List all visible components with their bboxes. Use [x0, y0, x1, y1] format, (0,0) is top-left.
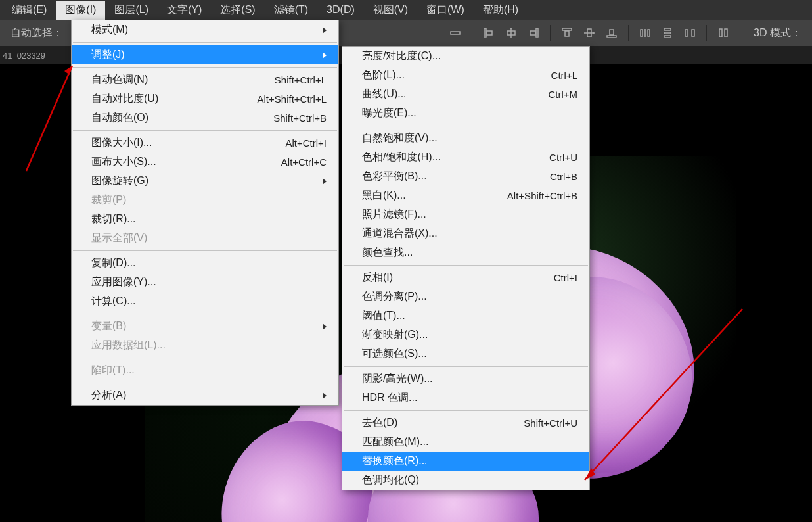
- distribute-h-icon[interactable]: [637, 24, 654, 41]
- menu-shortcut: Alt+Shift+Ctrl+B: [507, 190, 577, 201]
- menu-item-label: 色相/饱和度(H)...: [362, 151, 441, 164]
- menu-item[interactable]: 色调均化(Q): [342, 471, 589, 490]
- align-center-v-icon[interactable]: [581, 24, 598, 41]
- menu-item[interactable]: 画布大小(S)...Alt+Ctrl+C: [72, 153, 338, 172]
- menu-separator: [344, 366, 588, 367]
- menu-item-label: 画布大小(S)...: [91, 155, 156, 169]
- menu-shortcut: Alt+Ctrl+C: [281, 156, 327, 168]
- align-top-icon[interactable]: [558, 24, 575, 41]
- menu-item[interactable]: 色彩平衡(B)...Ctrl+B: [342, 167, 589, 186]
- align-icon[interactable]: [447, 24, 464, 41]
- menu-item[interactable]: 可选颜色(S)...: [342, 344, 589, 364]
- menu-item[interactable]: 阈值(T)...: [342, 306, 589, 325]
- align-right-icon[interactable]: [525, 24, 542, 41]
- menu-item[interactable]: 计算(C)...: [72, 292, 338, 311]
- menu-item[interactable]: 替换颜色(R)...: [342, 452, 589, 471]
- menubar-item[interactable]: 图像(I): [56, 1, 105, 20]
- menu-item[interactable]: 亮度/对比度(C)...: [342, 47, 589, 66]
- menu-item[interactable]: 分析(A): [72, 386, 338, 405]
- menu-item[interactable]: 裁切(R)...: [72, 210, 338, 229]
- align-center-h-icon[interactable]: [503, 24, 520, 41]
- menu-item[interactable]: 自动颜色(O)Shift+Ctrl+B: [72, 108, 338, 128]
- menubar-item[interactable]: 编辑(E): [3, 1, 56, 20]
- menu-item[interactable]: 调整(J): [72, 45, 338, 64]
- menu-item[interactable]: 自动对比度(U)Alt+Shift+Ctrl+L: [72, 89, 338, 108]
- menu-item[interactable]: 色阶(L)...Ctrl+L: [342, 66, 589, 85]
- separator: [740, 25, 740, 41]
- menu-item[interactable]: 黑白(K)...Alt+Shift+Ctrl+B: [342, 186, 589, 205]
- menubar-item[interactable]: 图层(L): [105, 1, 158, 20]
- svg-rect-10: [587, 29, 591, 37]
- menu-separator: [73, 130, 337, 131]
- menu-item[interactable]: 阴影/高光(W)...: [342, 369, 589, 389]
- menu-item[interactable]: 模式(M): [72, 20, 338, 39]
- menubar-item[interactable]: 窗口(W): [417, 1, 474, 20]
- svg-rect-13: [641, 30, 643, 36]
- menu-item[interactable]: 通道混合器(X)...: [342, 224, 589, 243]
- svg-rect-18: [664, 36, 671, 37]
- menu-separator: [73, 250, 337, 251]
- menu-item-label: 应用数据组(L)...: [91, 339, 166, 352]
- menu-shortcut: Ctrl+M: [548, 89, 577, 100]
- menu-separator: [73, 383, 337, 383]
- menu-item-label: 色调分离(P)...: [362, 290, 427, 304]
- menu-item-label: 颜色查找...: [362, 246, 413, 260]
- menu-item-label: 阈值(T)...: [362, 309, 405, 323]
- menu-separator: [73, 314, 337, 314]
- menu-item[interactable]: 复制(D)...: [72, 254, 338, 273]
- menu-item[interactable]: 自动色调(N)Shift+Ctrl+L: [72, 70, 338, 89]
- menubar-item[interactable]: 滤镜(T): [265, 1, 317, 20]
- svg-rect-15: [648, 30, 650, 36]
- menubar-item[interactable]: 帮助(H): [474, 1, 528, 20]
- menu-item-label: 曝光度(E)...: [362, 107, 417, 120]
- menu-item-label: 显示全部(V): [91, 231, 147, 245]
- menu-separator: [344, 410, 588, 411]
- menu-item[interactable]: 自然饱和度(V)...: [342, 129, 589, 148]
- menu-item[interactable]: 曲线(U)...Ctrl+M: [342, 85, 589, 104]
- menu-item[interactable]: HDR 色调...: [342, 389, 589, 408]
- menu-item[interactable]: 渐变映射(G)...: [342, 325, 589, 344]
- menu-item[interactable]: 去色(D)Shift+Ctrl+U: [342, 414, 589, 433]
- svg-rect-22: [725, 29, 727, 37]
- svg-rect-12: [610, 30, 614, 35]
- menu-item-label: 色彩平衡(B)...: [362, 170, 427, 183]
- menu-item: 变量(B): [72, 317, 338, 336]
- menu-item[interactable]: 色相/饱和度(H)...Ctrl+U: [342, 148, 589, 167]
- menu-item-label: 照片滤镜(F)...: [362, 208, 426, 222]
- menu-shortcut: Shift+Ctrl+L: [275, 74, 327, 85]
- svg-rect-6: [530, 31, 535, 35]
- menubar-item[interactable]: 文字(Y): [158, 1, 211, 20]
- distribute-space-icon[interactable]: [681, 24, 698, 41]
- menu-shortcut: Alt+Ctrl+I: [285, 137, 327, 149]
- menu-item[interactable]: 匹配颜色(M)...: [342, 433, 589, 452]
- menubar-item[interactable]: 视图(V): [364, 1, 417, 20]
- menubar-item[interactable]: 3D(D): [317, 1, 364, 18]
- menu-item[interactable]: 应用图像(Y)...: [72, 273, 338, 292]
- svg-rect-16: [664, 28, 671, 30]
- menu-item-label: 计算(C)...: [91, 295, 136, 308]
- menu-item: 应用数据组(L)...: [72, 336, 338, 355]
- distribute-v-icon[interactable]: [659, 24, 676, 41]
- menu-shortcut: Ctrl+I: [554, 272, 577, 283]
- menubar-item[interactable]: 选择(S): [211, 1, 264, 20]
- menu-item[interactable]: 曝光度(E)...: [342, 104, 589, 123]
- auto-select-label: 自动选择：: [5, 26, 68, 40]
- align-options-icon[interactable]: [715, 24, 732, 41]
- menu-item-label: 黑白(K)...: [362, 189, 406, 202]
- menu-item-label: 图像大小(I)...: [91, 136, 152, 150]
- menu-item[interactable]: 色调分离(P)...: [342, 287, 589, 306]
- menu-item[interactable]: 颜色查找...: [342, 243, 589, 262]
- align-left-icon[interactable]: [480, 24, 497, 41]
- svg-rect-8: [565, 31, 569, 36]
- menu-item[interactable]: 反相(I)Ctrl+I: [342, 268, 589, 287]
- menu-item-label: 替换颜色(R)...: [362, 454, 428, 468]
- menu-item[interactable]: 照片滤镜(F)...: [342, 205, 589, 224]
- menu-item-label: 模式(M): [91, 23, 128, 37]
- align-bottom-icon[interactable]: [603, 24, 620, 41]
- menu-item[interactable]: 图像大小(I)...Alt+Ctrl+I: [72, 133, 338, 153]
- menu-separator: [73, 67, 337, 68]
- svg-rect-3: [510, 28, 512, 37]
- svg-rect-9: [585, 32, 594, 34]
- menu-item[interactable]: 图像旋转(G): [72, 172, 338, 191]
- menu-shortcut: Shift+Ctrl+U: [524, 417, 577, 429]
